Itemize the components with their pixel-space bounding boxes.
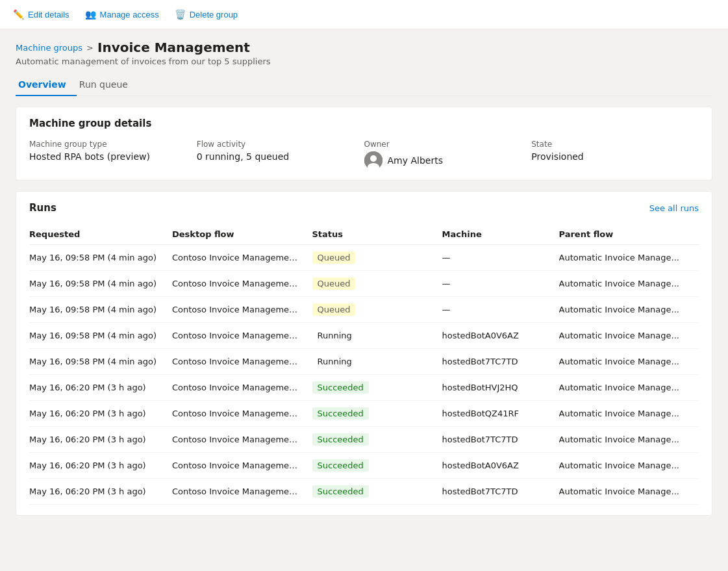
state-value: Provisioned (531, 151, 699, 162)
cell-parent-flow: Automatic Invoice Manage... (559, 253, 699, 262)
runs-card: Runs See all runs Requested Desktop flow… (16, 191, 712, 516)
cell-status: Running (312, 329, 442, 342)
type-label: Machine group type (29, 140, 197, 149)
cell-desktop-flow: Contoso Invoice Management Flow (172, 435, 312, 444)
state-item: State Provisioned (531, 140, 699, 170)
table-row[interactable]: May 16, 09:58 PM (4 min ago) Contoso Inv… (29, 297, 699, 323)
flow-activity-item: Flow activity 0 running, 5 queued (197, 140, 364, 170)
delete-group-label: Delete group (190, 10, 238, 19)
cell-parent-flow: Automatic Invoice Manage... (559, 383, 699, 392)
edit-details-button[interactable]: ✏️ Edit details (13, 6, 69, 22)
toolbar: ✏️ Edit details 👥 Manage access 🗑️ Delet… (0, 0, 728, 29)
delete-group-button[interactable]: 🗑️ Delete group (175, 6, 238, 22)
manage-access-button[interactable]: 👥 Manage access (85, 6, 159, 22)
runs-header: Runs See all runs (29, 202, 699, 214)
cell-status: Succeeded (312, 407, 442, 420)
status-badge: Succeeded (312, 433, 369, 446)
tab-run-queue[interactable]: Run queue (77, 74, 138, 96)
table-row[interactable]: May 16, 09:58 PM (4 min ago) Contoso Inv… (29, 271, 699, 297)
cell-requested: May 16, 06:20 PM (3 h ago) (29, 383, 172, 392)
cell-machine: hostedBotQZ41RF (442, 409, 559, 418)
col-machine: Machine (442, 229, 559, 239)
status-badge: Succeeded (312, 381, 369, 394)
cell-requested: May 16, 06:20 PM (3 h ago) (29, 435, 172, 444)
edit-details-label: Edit details (28, 10, 69, 19)
state-label: State (531, 140, 699, 149)
status-badge: Queued (312, 251, 356, 264)
table-row[interactable]: May 16, 06:20 PM (3 h ago) Contoso Invoi… (29, 427, 699, 453)
manage-access-label: Manage access (100, 10, 159, 19)
table-row[interactable]: May 16, 06:20 PM (3 h ago) Contoso Invoi… (29, 479, 699, 505)
cell-desktop-flow: Contoso Invoice Management Flow (172, 357, 312, 366)
cell-status: Succeeded (312, 381, 442, 394)
tab-overview[interactable]: Overview (16, 74, 77, 96)
delete-icon: 🗑️ (175, 9, 186, 19)
cell-requested: May 16, 09:58 PM (4 min ago) (29, 253, 172, 262)
type-value: Hosted RPA bots (preview) (29, 151, 197, 162)
cell-machine: hostedBotHVJ2HQ (442, 383, 559, 392)
cell-machine: hostedBotA0V6AZ (442, 461, 559, 470)
runs-title: Runs (29, 202, 56, 214)
cell-parent-flow: Automatic Invoice Manage... (559, 435, 699, 444)
breadcrumb-parent[interactable]: Machine groups (16, 43, 82, 53)
page-content: Machine groups > Invoice Management Auto… (0, 29, 728, 571)
owner-row: Amy Alberts (364, 151, 532, 170)
cell-machine: — (442, 253, 559, 262)
table-row[interactable]: May 16, 06:20 PM (3 h ago) Contoso Invoi… (29, 375, 699, 401)
runs-table-body: May 16, 09:58 PM (4 min ago) Contoso Inv… (29, 245, 699, 505)
runs-table: Requested Desktop flow Status Machine Pa… (29, 224, 699, 505)
cell-status: Queued (312, 251, 442, 264)
cell-machine: hostedBot7TC7TD (442, 357, 559, 366)
cell-machine: hostedBot7TC7TD (442, 487, 559, 496)
cell-parent-flow: Automatic Invoice Manage... (559, 305, 699, 314)
cell-requested: May 16, 06:20 PM (3 h ago) (29, 409, 172, 418)
table-row[interactable]: May 16, 09:58 PM (4 min ago) Contoso Inv… (29, 323, 699, 349)
cell-status: Queued (312, 303, 442, 316)
breadcrumb: Machine groups > Invoice Management (16, 40, 712, 55)
cell-machine: hostedBotA0V6AZ (442, 331, 559, 340)
tab-bar: Overview Run queue (16, 74, 712, 96)
edit-icon: ✏️ (13, 9, 24, 19)
status-badge: Queued (312, 303, 356, 316)
machine-group-details-card: Machine group details Machine group type… (16, 107, 712, 181)
cell-parent-flow: Automatic Invoice Manage... (559, 461, 699, 470)
col-status: Status (312, 229, 442, 239)
machine-group-type-item: Machine group type Hosted RPA bots (prev… (29, 140, 197, 170)
table-row[interactable]: May 16, 06:20 PM (3 h ago) Contoso Invoi… (29, 453, 699, 479)
cell-parent-flow: Automatic Invoice Manage... (559, 487, 699, 496)
cell-requested: May 16, 09:58 PM (4 min ago) (29, 305, 172, 314)
cell-machine: — (442, 279, 559, 288)
status-badge: Running (312, 329, 357, 342)
status-badge: Succeeded (312, 407, 369, 420)
col-requested: Requested (29, 229, 172, 239)
table-header: Requested Desktop flow Status Machine Pa… (29, 224, 699, 245)
cell-desktop-flow: Contoso Invoice Management Flow (172, 383, 312, 392)
cell-requested: May 16, 09:58 PM (4 min ago) (29, 331, 172, 340)
see-all-runs-link[interactable]: See all runs (649, 203, 699, 213)
cell-status: Succeeded (312, 485, 442, 498)
status-badge: Running (312, 355, 357, 368)
details-row: Machine group type Hosted RPA bots (prev… (29, 140, 699, 170)
table-row[interactable]: May 16, 09:58 PM (4 min ago) Contoso Inv… (29, 349, 699, 375)
cell-machine: hostedBot7TC7TD (442, 435, 559, 444)
owner-item: Owner Amy Alberts (364, 140, 532, 170)
cell-status: Queued (312, 277, 442, 290)
cell-parent-flow: Automatic Invoice Manage... (559, 331, 699, 340)
avatar (364, 151, 383, 170)
cell-parent-flow: Automatic Invoice Manage... (559, 357, 699, 366)
cell-desktop-flow: Contoso Invoice Management Flow (172, 305, 312, 314)
breadcrumb-separator: > (86, 43, 94, 53)
status-badge: Succeeded (312, 485, 369, 498)
cell-requested: May 16, 09:58 PM (4 min ago) (29, 357, 172, 366)
cell-status: Succeeded (312, 433, 442, 446)
table-row[interactable]: May 16, 06:20 PM (3 h ago) Contoso Invoi… (29, 401, 699, 427)
cell-desktop-flow: Contoso Invoice Management Flow (172, 409, 312, 418)
status-badge: Succeeded (312, 459, 369, 472)
svg-point-1 (370, 155, 377, 162)
cell-desktop-flow: Contoso Invoice Management Flow (172, 279, 312, 288)
table-row[interactable]: May 16, 09:58 PM (4 min ago) Contoso Inv… (29, 245, 699, 271)
cell-parent-flow: Automatic Invoice Manage... (559, 409, 699, 418)
flow-activity-label: Flow activity (197, 140, 364, 149)
page-title: Invoice Management (97, 40, 250, 55)
cell-status: Running (312, 355, 442, 368)
